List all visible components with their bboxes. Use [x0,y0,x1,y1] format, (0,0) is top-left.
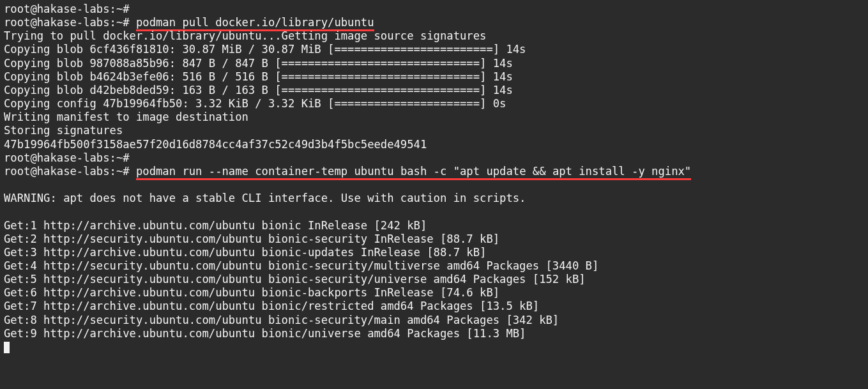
command-run: podman run --name container-temp ubuntu … [136,165,691,180]
output-line: Copying blob b4624b3efe06: 516 B / 516 B… [4,70,513,83]
output-line: WARNING: apt does not have a stable CLI … [4,192,526,204]
output-line: Trying to pull docker.io/library/ubuntu.… [4,29,486,42]
output-line: Get:3 http://archive.ubuntu.com/ubuntu b… [4,246,486,259]
output-line: Storing signatures [4,124,123,137]
output-line: Get:7 http://archive.ubuntu.com/ubuntu b… [4,300,539,312]
prompt: root@hakase-labs:~# [4,16,130,29]
prompt: root@hakase-labs:~# [4,3,130,15]
output-line: Get:5 http://security.ubuntu.com/ubuntu … [4,273,586,286]
output-line: Copying blob 987088a85b96: 847 B / 847 B… [4,57,513,70]
output-line: Get:8 http://security.ubuntu.com/ubuntu … [4,314,559,326]
output-line: Get:4 http://security.ubuntu.com/ubuntu … [4,259,598,272]
output-line: Writing manifest to image destination [4,111,248,123]
output-line: Get:1 http://archive.ubuntu.com/ubuntu b… [4,219,427,232]
output-line: Get:9 http://archive.ubuntu.com/ubuntu b… [4,327,526,340]
terminal-output[interactable]: root@hakase-labs:~# root@hakase-labs:~# … [0,0,868,356]
output-line: 47b19964fb500f3158ae57f20d16d8784cc4af37… [4,138,427,151]
output-line: Get:6 http://archive.ubuntu.com/ubuntu b… [4,286,499,299]
output-line: Copying blob d42beb8ded59: 163 B / 163 B… [4,84,513,96]
output-line: Copying config 47b19964fb50: 3.32 KiB / … [4,97,506,110]
output-line: Get:2 http://security.ubuntu.com/ubuntu … [4,233,499,245]
prompt: root@hakase-labs:~# [4,151,130,164]
prompt: root@hakase-labs:~# [4,165,130,178]
output-line: Copying blob 6cf436f81810: 30.87 MiB / 3… [4,43,526,56]
cursor [4,342,10,353]
